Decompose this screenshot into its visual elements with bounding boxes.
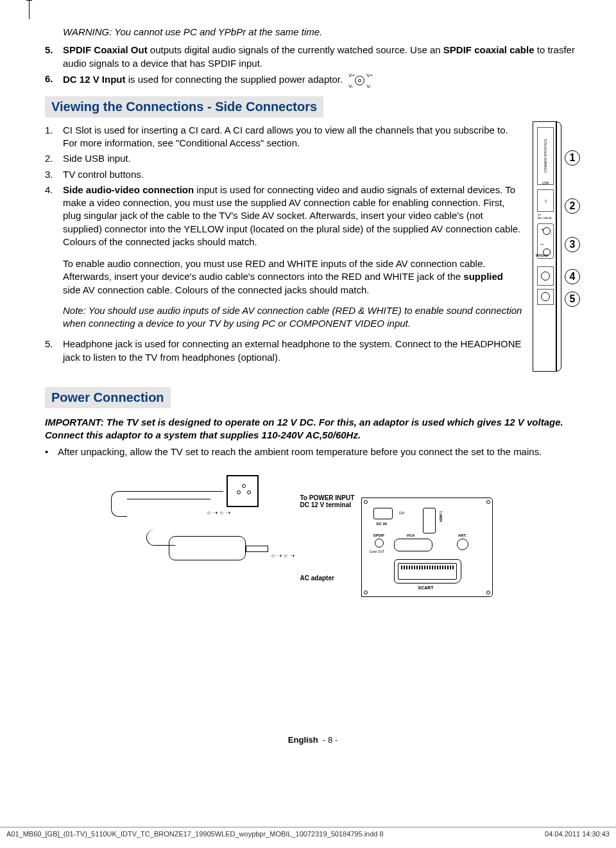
power-diagram: ○ ➝ ○ ➝ ○ ➝ ○ ➝ To POWER INPUT DC 12 V t… bbox=[127, 472, 499, 619]
av-port bbox=[537, 266, 554, 286]
callout-5: 5 bbox=[565, 291, 580, 307]
terminal-label: To POWER INPUT DC 12 V terminal bbox=[300, 494, 358, 508]
side2-num: 2. bbox=[45, 152, 63, 165]
side1-num: 1. bbox=[45, 124, 63, 150]
callout-2: 2 bbox=[565, 198, 580, 214]
side4-num: 4. bbox=[45, 184, 63, 248]
item6-num: 6. bbox=[45, 73, 63, 89]
usb-port: ▯ bbox=[537, 189, 554, 212]
side4-text: Side audio-video connection input is use… bbox=[63, 184, 523, 248]
power-important: IMPORTANT: The TV set is designed to ope… bbox=[45, 416, 581, 442]
warning-text: WARNING: You cannot use PC and YPbPr at … bbox=[63, 26, 581, 39]
tv-back-panel: 12V DC IN SPDIF Coax OUT VGA HDMI 1 ANT.… bbox=[361, 498, 493, 597]
side4-para2: To enable audio connection, you must use… bbox=[63, 257, 523, 297]
usb-label: USB bbox=[542, 181, 549, 185]
ac-adapter-icon bbox=[169, 536, 246, 560]
side2-text: Side USB input. bbox=[63, 152, 523, 165]
side4-note: Note: You should use audio inputs of sid… bbox=[63, 304, 523, 331]
side3-num: 3. bbox=[45, 168, 63, 181]
wall-socket-icon bbox=[227, 475, 259, 507]
callout-1: 1 bbox=[565, 150, 580, 166]
item6-text: DC 12 V Input is used for connecting the… bbox=[63, 73, 581, 89]
footer-meta: A01_MB60_[GB]_(01-TV)_5110UK_IDTV_TC_BRO… bbox=[0, 827, 616, 840]
callout-4: 4 bbox=[565, 269, 580, 284]
ci-port: COMMON INTERFACE bbox=[537, 127, 554, 185]
item5-text: SPDIF Coaxial Out outputs digital audio … bbox=[63, 44, 581, 70]
callout-3: 3 bbox=[565, 237, 580, 252]
side5-text: Headphone jack is used for connecting an… bbox=[63, 338, 523, 364]
max-label: 5VMax.500mA bbox=[538, 213, 551, 220]
side5-num: 5. bbox=[45, 338, 63, 364]
tv-side-panel: COMMON INTERFACE USB ▯ 5VMax.500mA + – P… bbox=[533, 121, 581, 372]
section-power-header: Power Connection bbox=[45, 387, 171, 408]
arrow-icon: ○ ➝ ○ ➝ bbox=[271, 552, 295, 559]
section-side-header: Viewing the Connections - Side Connector… bbox=[45, 96, 323, 117]
arrow-icon: ○ ➝ ○ ➝ bbox=[207, 509, 230, 516]
pv-label: P/V/AV bbox=[536, 254, 548, 257]
ac-adapter-label: AC adapter bbox=[300, 575, 334, 582]
footer-language: English - 8 - bbox=[45, 735, 581, 745]
side3-text: TV control buttons. bbox=[63, 168, 523, 181]
bullet: • bbox=[45, 446, 58, 458]
polarity-icon: V+ V+ V- V- bbox=[345, 73, 374, 89]
item5-num: 5. bbox=[45, 44, 63, 70]
headphone-port bbox=[537, 289, 554, 305]
side1-text: CI Slot is used for inserting a CI card.… bbox=[63, 124, 523, 150]
power-bullet: After unpacking, allow the TV set to rea… bbox=[58, 446, 542, 458]
